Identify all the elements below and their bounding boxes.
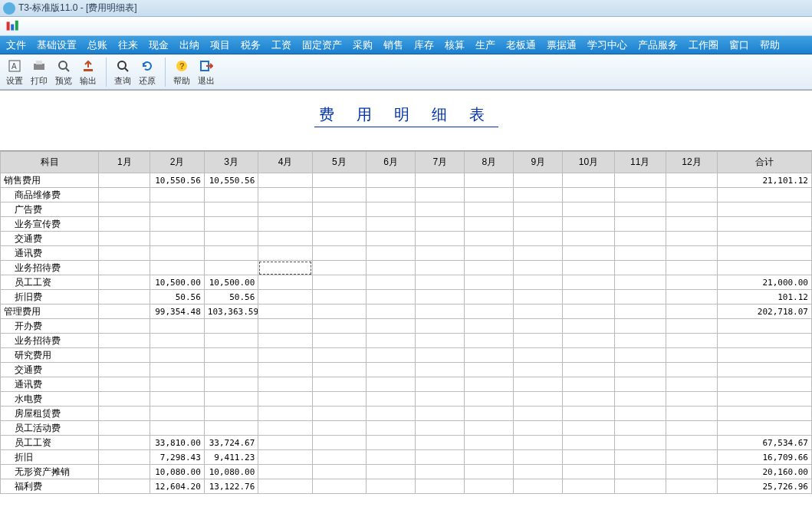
data-cell[interactable] [312, 261, 366, 275]
account-cell[interactable]: 管理费用 [1, 305, 99, 319]
data-cell[interactable] [258, 377, 312, 392]
total-cell[interactable] [718, 407, 812, 421]
account-cell[interactable]: 折旧 [1, 450, 99, 465]
total-cell[interactable] [718, 348, 812, 363]
data-cell[interactable] [312, 305, 366, 319]
data-cell[interactable] [367, 173, 416, 188]
col-header[interactable]: 9月 [514, 152, 563, 173]
data-cell[interactable] [563, 202, 614, 217]
data-cell[interactable] [614, 246, 666, 261]
menu-16[interactable]: 票据通 [547, 38, 577, 52]
data-cell[interactable] [312, 363, 366, 377]
data-cell[interactable] [99, 202, 150, 217]
toolbar-settings-button[interactable]: A设置 [3, 56, 26, 88]
data-cell[interactable] [666, 450, 717, 465]
data-cell[interactable] [204, 319, 258, 334]
data-cell[interactable] [150, 261, 204, 275]
data-cell[interactable]: 10,550.56 [204, 173, 258, 188]
data-cell[interactable] [514, 421, 563, 436]
data-cell[interactable] [514, 275, 563, 290]
data-cell[interactable] [563, 450, 614, 465]
account-cell[interactable]: 广告费 [1, 202, 99, 217]
data-cell[interactable] [150, 348, 204, 363]
data-cell[interactable] [258, 275, 312, 290]
data-cell[interactable] [312, 465, 366, 479]
data-cell[interactable]: 10,550.56 [150, 173, 204, 188]
data-cell[interactable] [416, 246, 465, 261]
data-cell[interactable] [99, 246, 150, 261]
data-cell[interactable] [614, 173, 666, 188]
data-cell[interactable]: 13,122.76 [204, 479, 258, 494]
data-cell[interactable] [258, 217, 312, 232]
data-cell[interactable] [514, 348, 563, 363]
data-cell[interactable] [204, 392, 258, 407]
data-cell[interactable] [258, 334, 312, 348]
total-cell[interactable] [718, 421, 812, 436]
menu-9[interactable]: 固定资产 [302, 38, 342, 52]
total-cell[interactable] [718, 261, 812, 275]
data-cell[interactable] [514, 465, 563, 479]
data-cell[interactable] [614, 319, 666, 334]
menu-17[interactable]: 学习中心 [587, 38, 627, 52]
data-cell[interactable]: 103,363.59 [204, 305, 258, 319]
data-cell[interactable] [367, 377, 416, 392]
data-cell[interactable] [666, 173, 717, 188]
data-cell[interactable] [416, 348, 465, 363]
data-cell[interactable] [666, 465, 717, 479]
account-cell[interactable]: 交通费 [1, 363, 99, 377]
data-cell[interactable] [416, 261, 465, 275]
data-cell[interactable] [465, 319, 514, 334]
data-cell[interactable] [99, 479, 150, 494]
data-cell[interactable] [563, 246, 614, 261]
data-cell[interactable] [204, 188, 258, 202]
data-cell[interactable] [367, 275, 416, 290]
data-cell[interactable] [204, 232, 258, 246]
data-cell[interactable] [367, 319, 416, 334]
data-cell[interactable] [514, 246, 563, 261]
total-cell[interactable]: 202,718.07 [718, 305, 812, 319]
data-cell[interactable] [367, 290, 416, 305]
data-cell[interactable]: 33,810.00 [150, 436, 204, 450]
data-cell[interactable] [465, 232, 514, 246]
data-cell[interactable] [150, 232, 204, 246]
col-header[interactable]: 10月 [563, 152, 614, 173]
data-cell[interactable] [614, 392, 666, 407]
data-cell[interactable]: 33,724.67 [204, 436, 258, 450]
data-cell[interactable] [416, 202, 465, 217]
data-cell[interactable] [465, 465, 514, 479]
total-cell[interactable] [718, 188, 812, 202]
total-cell[interactable]: 21,000.00 [718, 275, 812, 290]
data-cell[interactable]: 99,354.48 [150, 305, 204, 319]
data-cell[interactable] [99, 217, 150, 232]
data-cell[interactable] [258, 450, 312, 465]
data-cell[interactable] [312, 421, 366, 436]
account-cell[interactable]: 商品维修费 [1, 188, 99, 202]
data-cell[interactable] [99, 421, 150, 436]
data-cell[interactable] [666, 363, 717, 377]
data-cell[interactable] [563, 261, 614, 275]
data-cell[interactable] [666, 436, 717, 450]
data-cell[interactable] [312, 173, 366, 188]
account-cell[interactable]: 房屋租赁费 [1, 407, 99, 421]
data-cell[interactable] [666, 202, 717, 217]
col-header[interactable]: 8月 [465, 152, 514, 173]
data-cell[interactable] [99, 436, 150, 450]
data-cell[interactable]: 10,500.00 [204, 275, 258, 290]
total-cell[interactable] [718, 392, 812, 407]
data-cell[interactable] [99, 392, 150, 407]
data-cell[interactable] [666, 334, 717, 348]
data-cell[interactable] [367, 334, 416, 348]
account-cell[interactable]: 通讯费 [1, 246, 99, 261]
data-cell[interactable] [367, 202, 416, 217]
data-cell[interactable] [465, 479, 514, 494]
data-cell[interactable] [367, 348, 416, 363]
data-cell[interactable] [614, 261, 666, 275]
data-cell[interactable] [204, 421, 258, 436]
menu-4[interactable]: 现金 [149, 38, 169, 52]
data-cell[interactable] [416, 392, 465, 407]
data-cell[interactable] [465, 421, 514, 436]
data-cell[interactable] [312, 334, 366, 348]
data-cell[interactable] [514, 188, 563, 202]
data-cell[interactable] [465, 436, 514, 450]
data-cell[interactable] [258, 421, 312, 436]
